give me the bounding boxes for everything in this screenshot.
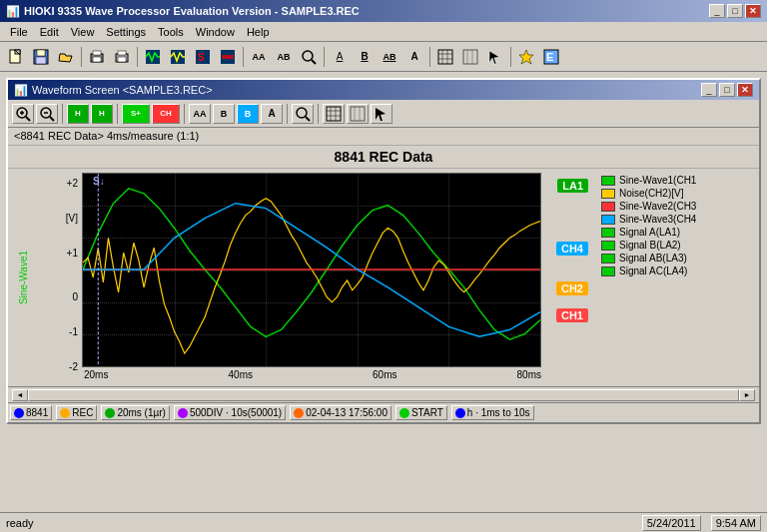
tb-ab[interactable]: AB [272, 46, 296, 68]
info-label-500div: 500DIV · 10s(50001) [190, 407, 282, 418]
tb-cursor[interactable] [483, 46, 507, 68]
tb-search[interactable] [297, 46, 321, 68]
scrollbar-track[interactable] [28, 389, 739, 401]
status-right: 5/24/2011 9:54 AM [642, 515, 761, 531]
menu-edit[interactable]: Edit [34, 24, 65, 40]
svg-rect-8 [93, 51, 101, 55]
y-label-plus2: +2 [12, 178, 78, 189]
legend-label-ch1: Sine-Wave1(CH1 [619, 175, 696, 186]
legend-color-la3 [601, 254, 615, 264]
main-area: 📊 Waveform Screen <SAMPLE3.REC> _ □ ✕ H … [0, 72, 767, 430]
svg-point-18 [303, 51, 313, 61]
tb-export[interactable]: E [539, 46, 563, 68]
wf-bold-a[interactable]: A [261, 104, 283, 124]
wf-green2[interactable]: H [91, 104, 113, 124]
menu-tools[interactable]: Tools [152, 24, 190, 40]
tb-print[interactable] [85, 46, 109, 68]
info-dot-start [399, 408, 409, 418]
chart-container: Sine-Wave1 +2 [V] +1 0 -1 -2 [8, 169, 759, 386]
scroll-right-button[interactable]: ► [739, 389, 755, 401]
wf-ab-btn[interactable]: B [213, 104, 235, 124]
scroll-left-button[interactable]: ◄ [12, 389, 28, 401]
tb-red-wave[interactable] [216, 46, 240, 68]
legend-color-ch3 [601, 202, 615, 212]
waveform-title-left: 📊 Waveform Screen <SAMPLE3.REC> [14, 84, 213, 97]
svg-rect-17 [222, 55, 234, 59]
svg-rect-46 [351, 107, 365, 121]
wf-b-btn[interactable]: B [237, 104, 259, 124]
svg-line-19 [312, 60, 316, 64]
waveform-minimize-button[interactable]: _ [701, 83, 717, 97]
app-icon: 📊 [6, 5, 20, 18]
tb-grid2[interactable] [458, 46, 482, 68]
legend-color-la2 [601, 241, 615, 251]
tb-b-label[interactable]: B [353, 46, 377, 68]
tb-a-label[interactable]: A [328, 46, 352, 68]
legend-item-ch3: Sine-Wave2(CH3 [601, 201, 749, 212]
y-label-minus2: -2 [12, 361, 78, 372]
tb-ab-label[interactable]: AB [378, 46, 401, 68]
svg-line-33 [26, 117, 30, 121]
legend-item-ch2: Noise(CH2)[V] [601, 188, 749, 199]
tb-waveform2[interactable] [166, 46, 190, 68]
waveform-close-button[interactable]: ✕ [737, 83, 753, 97]
info-segment-range: h · 1ms to 10s [451, 405, 534, 420]
maximize-button[interactable]: □ [727, 4, 743, 18]
wf-cursor-btn[interactable] [371, 104, 392, 124]
tb-grid[interactable] [433, 46, 457, 68]
ch2-badge: CH2 [556, 281, 588, 295]
chart-plot: LA1 CH4 CH2 CH1 S↓ [82, 173, 541, 367]
wf-aa-btn[interactable]: AA [189, 104, 211, 124]
menu-file[interactable]: File [4, 24, 34, 40]
info-dot-500div [178, 408, 188, 418]
x-axis-labels: 20ms 40ms 60ms 80ms [84, 367, 541, 382]
waveform-window: 📊 Waveform Screen <SAMPLE3.REC> _ □ ✕ H … [6, 78, 761, 424]
svg-point-39 [297, 108, 307, 118]
legend-color-la4 [601, 266, 615, 276]
tb-aa[interactable]: AA [247, 46, 271, 68]
legend-color-ch4 [601, 215, 615, 225]
wf-ch-btn2[interactable]: CH [152, 104, 180, 124]
menu-help[interactable]: Help [241, 24, 276, 40]
waveform-title-bar: 📊 Waveform Screen <SAMPLE3.REC> _ □ ✕ [8, 80, 759, 100]
tb-settings[interactable] [514, 46, 538, 68]
wf-zoom-in[interactable] [12, 104, 34, 124]
toolbar-separator-2 [137, 47, 138, 67]
menu-settings[interactable]: Settings [100, 24, 152, 40]
x-label-20ms: 20ms [84, 369, 108, 380]
info-segment-8841: 8841 [10, 405, 52, 420]
status-date: 5/24/2011 [642, 515, 701, 531]
svg-rect-20 [438, 50, 452, 64]
tb-print2[interactable] [110, 46, 134, 68]
wf-search[interactable] [292, 104, 314, 124]
wf-grid2-btn[interactable] [347, 104, 369, 124]
tb-waveform[interactable] [141, 46, 165, 68]
status-bar: ready 5/24/2011 9:54 AM [0, 512, 767, 532]
svg-rect-10 [118, 57, 126, 62]
tb-waveform3[interactable]: S [191, 46, 215, 68]
toolbar-separator-3 [243, 47, 244, 67]
tb-a-only[interactable]: A [402, 46, 426, 68]
x-label-60ms: 60ms [373, 369, 396, 380]
legend-label-la3: Signal AB(LA3) [619, 253, 687, 264]
menu-view[interactable]: View [65, 24, 101, 40]
info-segment-datetime: 02-04-13 17:56:00 [290, 405, 391, 420]
wf-zoom-out[interactable] [36, 104, 58, 124]
minimize-button[interactable]: _ [709, 4, 725, 18]
wf-ch-btn1[interactable]: S+ [122, 104, 150, 124]
menu-window[interactable]: Window [190, 24, 241, 40]
close-button[interactable]: ✕ [745, 4, 761, 18]
tb-open[interactable] [54, 46, 78, 68]
chart-title-text: 8841 REC Data [335, 149, 433, 165]
y-label-v: [V] [12, 213, 78, 224]
wf-grid-btn[interactable] [323, 104, 345, 124]
chart-legend: Sine-Wave1(CH1 Noise(CH2)[V] Sine-Wave2(… [595, 173, 755, 382]
tb-new[interactable] [4, 46, 28, 68]
wf-green1[interactable]: H [67, 104, 89, 124]
waveform-maximize-button[interactable]: □ [719, 83, 735, 97]
info-label-range: h · 1ms to 10s [467, 407, 530, 418]
tb-save[interactable] [29, 46, 53, 68]
waveform-svg [83, 174, 540, 366]
wf-sep4 [287, 104, 288, 124]
info-segment-20ms: 20ms (1µr) [101, 405, 170, 420]
